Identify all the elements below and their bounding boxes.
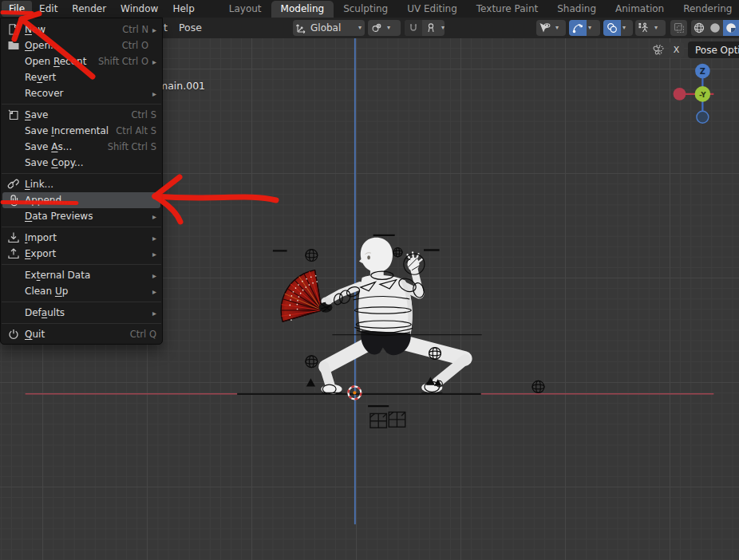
shortcut-label: Shift Ctrl O (98, 56, 148, 67)
menu-item-open-recent[interactable]: Open Recent Shift Ctrl O ▸ (1, 53, 162, 69)
shortcut-label: Ctrl O (122, 40, 148, 51)
menu-item-save-copy[interactable]: Save Copy... (1, 155, 162, 171)
file-new-icon (7, 23, 25, 36)
proportional-falloff-icon[interactable] (422, 20, 440, 36)
tab-sculpting[interactable]: Sculpting (334, 1, 397, 18)
snap-settings-dropdown[interactable]: ▾ (368, 20, 401, 36)
window-menu-button[interactable]: Window (113, 1, 165, 17)
overlays-toggle-group: ▾ (603, 20, 633, 36)
menu-item-append[interactable]: Append... (2, 192, 160, 208)
submenu-arrow-icon: ▸ (148, 89, 156, 98)
gizmos-toggle-button[interactable] (569, 20, 587, 36)
menu-item-clean-up[interactable]: Clean Up ▸ (1, 283, 162, 299)
tab-uv-editing[interactable]: UV Editing (397, 1, 467, 18)
solid-shading-button[interactable] (707, 20, 723, 36)
menu-item-link[interactable]: Link... (1, 176, 162, 192)
tab-rendering[interactable]: Rendering (674, 1, 739, 18)
mirror-x-button[interactable]: X (669, 42, 684, 57)
snap-target-icon (368, 20, 385, 36)
chevron-down-icon: ▾ (653, 25, 659, 31)
edit-menu-button[interactable]: Edit (32, 1, 65, 17)
menu-item-new[interactable]: New Ctrl N ▸ (1, 22, 162, 37)
character-model[interactable] (321, 238, 465, 394)
power-icon (7, 328, 25, 341)
toggle-xray-button[interactable] (670, 20, 687, 36)
menu-item-label: Save Copy... (25, 157, 156, 168)
chevron-down-icon: ▾ (385, 25, 392, 31)
tab-texture-paint[interactable]: Texture Paint (467, 1, 547, 18)
menu-item-external-data[interactable]: External Data ▸ (1, 267, 162, 283)
menu-item-save[interactable]: Save Ctrl S (1, 107, 162, 123)
gizmo-x-neg-ball[interactable] (674, 88, 686, 101)
tab-modeling[interactable]: Modeling (271, 1, 334, 18)
save-icon (7, 108, 25, 121)
menu-item-label: Import (25, 232, 148, 243)
submenu-arrow-icon: ▸ (148, 287, 156, 296)
menu-item-label: External Data (25, 270, 148, 281)
shortcut-label: Ctrl Q (130, 329, 156, 340)
navigation-gizmo[interactable]: Z -Y (674, 64, 714, 124)
menu-separator (2, 104, 161, 105)
menu-item-label: Data Previews (25, 211, 148, 222)
tab-shading[interactable]: Shading (547, 1, 606, 18)
pose-options-label: Pose Optio (695, 45, 739, 56)
submenu-arrow-icon: ▸ (148, 271, 156, 280)
shortcut-label: Ctrl S (132, 109, 156, 120)
shading-mode-group (691, 20, 739, 36)
menu-item-quit[interactable]: Quit Ctrl Q (1, 326, 162, 342)
pose-options-dropdown[interactable]: Pose Optio (688, 41, 739, 58)
gizmo-z-label: Z (700, 67, 705, 76)
tab-animation[interactable]: Animation (606, 1, 674, 18)
select-menu-partial[interactable]: t (164, 22, 168, 34)
submenu-arrow-icon: ▸ (148, 57, 156, 66)
help-menu-button[interactable]: Help (165, 1, 201, 17)
menu-item-label: Save (25, 109, 125, 120)
file-menu-button[interactable]: File (2, 1, 32, 17)
menu-item-label: Clean Up (25, 286, 148, 297)
menu-item-label: Open... (25, 40, 116, 51)
pose-menu[interactable]: Pose (179, 22, 202, 34)
chevron-down-icon: ▾ (587, 25, 593, 31)
mirror-butterfly-icon[interactable] (652, 44, 665, 57)
menu-item-label: Defaults (25, 307, 148, 318)
armature-xray-icon (635, 20, 653, 36)
import-icon (7, 231, 25, 244)
menu-item-data-previews[interactable]: Data Previews ▸ (1, 208, 162, 224)
menu-item-defaults[interactable]: Defaults ▸ (1, 305, 162, 321)
menu-item-revert[interactable]: Revert (1, 69, 162, 85)
tool-settings-overlay: X Pose Optio (652, 41, 739, 58)
menu-item-open[interactable]: Open... Ctrl O (1, 37, 162, 53)
menu-item-save-incremental[interactable]: Save Incremental Ctrl Alt S (1, 123, 162, 139)
submenu-arrow-icon: ▸ (148, 250, 156, 258)
menu-item-label: Quit (25, 329, 124, 340)
selectability-visibility-dropdown[interactable]: ▾ (536, 20, 566, 36)
paperclip-icon (7, 194, 25, 207)
overlays-toggle-button[interactable] (603, 20, 621, 36)
menu-item-export[interactable]: Export ▸ (1, 246, 162, 262)
workspace-tabs: Layout Modeling Sculpting UV Editing Tex… (219, 0, 739, 18)
snap-magnet-icon[interactable] (405, 20, 422, 36)
xray-pose-dropdown[interactable]: ▾ (635, 20, 666, 36)
chevron-down-icon: ▾ (554, 25, 560, 31)
menu-item-recover[interactable]: Recover ▸ (1, 85, 162, 101)
orientation-axes-icon (293, 20, 310, 36)
shortcut-label: Shift Ctrl S (108, 141, 156, 152)
material-preview-button[interactable] (723, 20, 739, 36)
wireframe-shading-button[interactable] (691, 20, 707, 36)
export-icon (7, 247, 25, 260)
link-icon (7, 178, 25, 191)
menu-item-save-as[interactable]: Save As... Shift Ctrl S (1, 139, 162, 155)
proportional-edit-group: ▾ (405, 20, 445, 36)
menu-item-label: Append... (25, 195, 156, 206)
gizmo-z-neg-ball[interactable] (697, 111, 709, 123)
menu-item-label: Open Recent (25, 56, 92, 67)
render-menu-button[interactable]: Render (65, 1, 113, 17)
menu-item-label: New (25, 24, 116, 35)
gizmo-front-label: -Y (699, 91, 706, 99)
tab-layout[interactable]: Layout (219, 1, 271, 18)
active-object-name: main.001 (158, 80, 205, 92)
transform-orientation-dropdown[interactable]: Global ▾ (293, 20, 365, 36)
menu-item-import[interactable]: Import ▸ (1, 230, 162, 246)
folder-icon (7, 39, 25, 52)
chevron-down-icon: ▾ (621, 25, 627, 31)
